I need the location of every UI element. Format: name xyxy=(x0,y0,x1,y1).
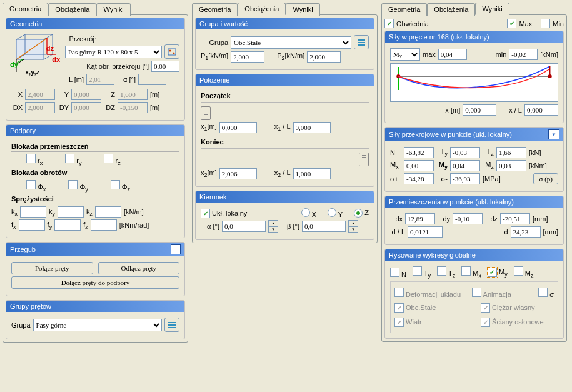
x1-input[interactable] xyxy=(219,122,257,133)
obwiednia-check[interactable] xyxy=(384,19,394,28)
rx-check[interactable] xyxy=(26,154,36,163)
d-input[interactable] xyxy=(511,226,541,238)
rz-label: rz xyxy=(116,157,121,164)
tz-input[interactable] xyxy=(496,147,526,158)
p1-input[interactable] xyxy=(231,51,264,63)
x2l-input[interactable] xyxy=(293,168,331,179)
fx-input[interactable] xyxy=(19,219,45,231)
tab-obciazenia[interactable]: Obciążenia xyxy=(238,3,286,15)
tab-geometria[interactable]: Geometria xyxy=(3,3,48,15)
group-podpory: Podpory Blokada przemieszczeń rx ry rz B… xyxy=(6,124,185,238)
dx-input[interactable] xyxy=(405,213,435,224)
koniec-slider[interactable] xyxy=(201,151,369,164)
ck-mz[interactable] xyxy=(514,266,523,276)
min-input[interactable] xyxy=(509,49,538,60)
my-input[interactable] xyxy=(450,160,480,171)
svg-point-13 xyxy=(169,49,171,51)
sigmam-input[interactable] xyxy=(450,173,480,184)
grupa-select[interactable]: Obc.Stałe xyxy=(231,36,351,49)
ck-mx[interactable] xyxy=(461,266,471,276)
grupa-select[interactable]: Pasy górne xyxy=(33,319,162,331)
ck-n[interactable] xyxy=(390,268,399,277)
xl-label: x / L xyxy=(509,106,522,114)
ukl-lokalny-check[interactable] xyxy=(201,209,210,218)
x1l-input[interactable] xyxy=(293,122,331,133)
ck-sigma[interactable] xyxy=(538,288,548,297)
sigmap-input[interactable] xyxy=(404,173,434,184)
phiz-check[interactable] xyxy=(111,180,120,189)
tab-wyniki[interactable]: Wyniki xyxy=(475,3,509,15)
ry-check[interactable] xyxy=(65,154,74,163)
koniec-label: Koniec xyxy=(201,138,369,147)
dy-input xyxy=(71,102,101,113)
tab-geometria[interactable]: Geometria xyxy=(192,3,238,16)
ck-tz-label: Tz xyxy=(448,269,455,277)
fz-input[interactable] xyxy=(91,219,117,231)
phiy-check[interactable] xyxy=(68,180,78,189)
tab-obciazenia[interactable]: Obciążenia xyxy=(427,3,475,16)
poczatek-slider[interactable] xyxy=(201,105,369,118)
beta-input[interactable] xyxy=(302,221,346,232)
max-input[interactable] xyxy=(438,49,467,60)
polacz-button[interactable]: Połącz pręty xyxy=(11,262,93,274)
kat-input[interactable] xyxy=(151,61,179,72)
mz-input[interactable] xyxy=(496,160,526,171)
odlacz-button[interactable]: Odłącz pręty xyxy=(98,262,180,274)
sigma-p-button[interactable]: σ (p) xyxy=(533,173,558,184)
dy-input[interactable] xyxy=(453,213,483,224)
rz-check[interactable] xyxy=(104,154,113,163)
min-check[interactable] xyxy=(541,19,550,28)
unit-knm: [kNm] xyxy=(529,162,547,169)
group-polozenie: Położenie Początek x1[m] x1 / L Koniec xyxy=(195,74,374,187)
ck-my[interactable] xyxy=(488,268,497,277)
dir-z-radio[interactable] xyxy=(354,209,363,218)
ty-input[interactable] xyxy=(450,147,480,158)
przegub-expand-icon[interactable] xyxy=(171,244,181,254)
mx-input[interactable] xyxy=(404,160,434,171)
group-title: Podpory xyxy=(10,127,36,134)
xm-input[interactable] xyxy=(463,104,496,116)
dz-input[interactable] xyxy=(500,213,530,224)
unit-m2: [m] xyxy=(150,104,159,111)
force-select[interactable]: Mᵧ xyxy=(390,48,420,61)
ck-ty[interactable] xyxy=(413,266,422,276)
tab-wyniki[interactable]: Wyniki xyxy=(96,3,130,16)
tab-geometria[interactable]: Geometria xyxy=(381,3,427,16)
dir-y-radio[interactable] xyxy=(328,208,336,217)
dir-x-radio[interactable] xyxy=(301,208,310,217)
mz-label: Mz xyxy=(483,161,494,170)
xl-input[interactable] xyxy=(524,104,558,116)
n-input[interactable] xyxy=(404,147,434,158)
tab-wyniki[interactable]: Wyniki xyxy=(286,3,319,16)
kx-input[interactable] xyxy=(20,206,46,218)
min-label: Min xyxy=(553,20,564,28)
phix-check[interactable] xyxy=(26,180,36,189)
dL-input[interactable] xyxy=(408,226,443,238)
ty-label: Ty xyxy=(436,148,448,157)
dir-x-label: X xyxy=(312,211,316,218)
alpha-spinner[interactable]: ▲▼ xyxy=(268,220,278,233)
axis-dx-label: dx xyxy=(52,56,60,63)
dolacz-button[interactable]: Dołącz pręty do podpory xyxy=(11,276,179,289)
ck-animacja-label: Animacja xyxy=(483,291,511,298)
przekroj-select[interactable]: Pas górny R 120 x 80 x 5 xyxy=(65,46,162,58)
beta-spinner[interactable]: ▲▼ xyxy=(348,220,358,233)
max-check[interactable] xyxy=(507,19,516,28)
group-title: Siły przekrojowe w punkcie (ukł. lokalny… xyxy=(389,131,512,138)
grupa-list-button[interactable] xyxy=(354,35,369,49)
p2-input[interactable] xyxy=(307,51,341,63)
przekroj-props-button[interactable] xyxy=(164,44,179,59)
alpha-input[interactable] xyxy=(222,221,266,232)
dx-label: DX xyxy=(11,104,23,111)
group-title: Grupy prętów xyxy=(10,303,51,310)
sily-dropdown-icon[interactable]: ▼ xyxy=(548,129,559,139)
ck-tz[interactable] xyxy=(437,266,446,276)
fy-input[interactable] xyxy=(54,219,81,231)
y-label: Y xyxy=(58,91,69,98)
grupa-list-button[interactable] xyxy=(164,318,179,332)
x2-input[interactable] xyxy=(219,168,257,179)
kz-input[interactable] xyxy=(95,206,121,218)
tab-obciazenia[interactable]: Obciążenia xyxy=(48,3,96,16)
group-przegub: Przegub Połącz pręty Odłącz pręty Dołącz… xyxy=(6,242,185,296)
ky-input[interactable] xyxy=(58,206,84,218)
